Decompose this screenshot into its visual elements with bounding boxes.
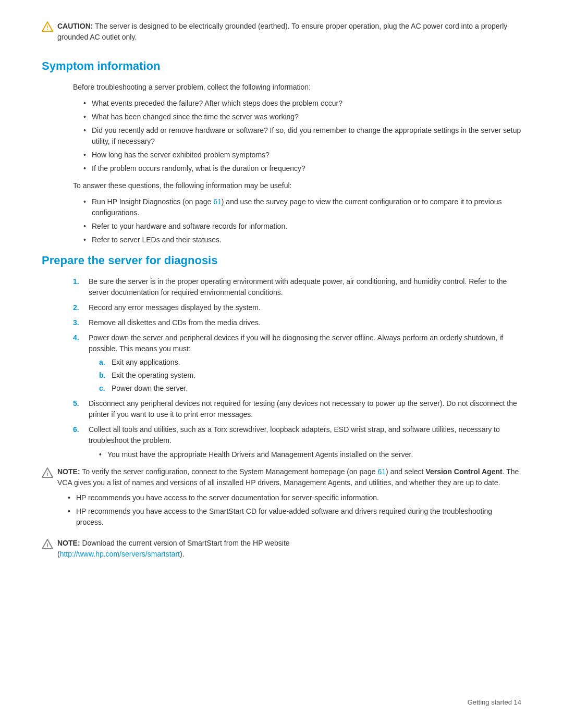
answer-bullets: Run HP Insight Diagnostics (on page 61) … (83, 196, 521, 245)
list-item: You must have the appropriate Health Dri… (99, 449, 521, 460)
note1-text-after: ) and select (386, 467, 425, 476)
prepare-step-2: Record any error messages displayed by t… (73, 302, 521, 313)
list-item: What has been changed since the time the… (83, 112, 521, 122)
caution-label: CAUTION: (57, 22, 93, 30)
list-item: How long has the server exhibited proble… (83, 150, 521, 161)
step4-sublist: a. Exit any applications. b. Exit the op… (99, 357, 521, 394)
note2-icon: i (42, 539, 53, 552)
sub-text-b: Exit the operating system. (112, 371, 195, 379)
run-diagnostics-before: Run HP Insight Diagnostics (on page (92, 198, 213, 206)
sub-text-c: Power down the server. (112, 384, 188, 392)
list-item: What events preceded the failure? After … (83, 98, 521, 109)
prepare-steps: Be sure the server is in the proper oper… (73, 276, 521, 460)
note1-text-before: To verify the server configuration, conn… (82, 467, 377, 476)
list-item: If the problem occurs randomly, what is … (83, 163, 521, 174)
list-item: HP recommends you have access to the ser… (68, 492, 521, 503)
footer: Getting started 14 (468, 697, 521, 708)
note1-block: i NOTE: To verify the server configurati… (42, 466, 521, 530)
list-item: Refer to your hardware and software reco… (83, 221, 521, 232)
note2-text: NOTE: Download the current version of Sm… (57, 538, 290, 560)
sub-item-a: a. Exit any applications. (99, 357, 521, 368)
note1-label: NOTE: (57, 467, 80, 476)
prepare-step-4: Power down the server and peripheral dev… (73, 332, 521, 394)
svg-text:i: i (46, 542, 48, 548)
caution-block: ! CAUTION: The server is designed to be … (42, 21, 521, 43)
note1-icon: i (42, 467, 53, 481)
list-item: Did you recently add or remove hardware … (83, 125, 521, 147)
step6-text: Collect all tools and utilities, such as… (89, 425, 500, 445)
symptom-heading: Symptom information (42, 57, 521, 75)
symptom-bullets: What events preceded the failure? After … (83, 98, 521, 174)
caution-body: The server is designed to be electricall… (57, 22, 507, 41)
note1-bold: Version Control Agent (425, 467, 502, 476)
page-61-link-1[interactable]: 61 (213, 198, 222, 206)
note1-page-link[interactable]: 61 (378, 467, 386, 476)
sub-label-a: a. (99, 357, 105, 368)
sub-label-c: c. (99, 383, 105, 394)
sub-text-a: Exit any applications. (112, 358, 180, 366)
svg-text:!: ! (46, 24, 48, 31)
caution-icon: ! (42, 21, 53, 35)
sub-item-c: c. Power down the server. (99, 383, 521, 394)
prepare-step-3: Remove all diskettes and CDs from the me… (73, 317, 521, 328)
note2-body: Download the current version of SmartSta… (82, 539, 289, 547)
note2-end: ). (180, 550, 185, 558)
prepare-heading: Prepare the server for diagnosis (42, 252, 521, 269)
symptom-intro: Before troubleshooting a server problem,… (73, 82, 521, 93)
step4-text: Power down the server and peripheral dev… (89, 334, 503, 353)
footer-text: Getting started 14 (468, 698, 521, 706)
list-item: HP recommends you have access to the Sma… (68, 506, 521, 528)
prepare-step-5: Disconnect any peripheral devices not re… (73, 398, 521, 420)
prepare-step-1: Be sure the server is in the proper oper… (73, 276, 521, 298)
note1-text: NOTE: To verify the server configuration… (57, 466, 521, 530)
svg-text:i: i (46, 471, 48, 477)
list-item: Run HP Insight Diagnostics (on page 61) … (83, 196, 521, 218)
step6-nested: You must have the appropriate Health Dri… (99, 449, 521, 460)
answer-intro: To answer these questions, the following… (73, 180, 521, 191)
sub-item-b: b. Exit the operating system. (99, 370, 521, 381)
note1-bullets: HP recommends you have access to the ser… (68, 492, 521, 528)
sub-label-b: b. (99, 370, 105, 381)
note2-label: NOTE: (57, 539, 80, 547)
prepare-step-6: Collect all tools and utilities, such as… (73, 424, 521, 460)
note2-block: i NOTE: Download the current version of … (42, 538, 521, 560)
list-item: Refer to server LEDs and their statuses. (83, 235, 521, 245)
caution-text: CAUTION: The server is designed to be el… (57, 21, 521, 43)
note2-link[interactable]: http://www.hp.com/servers/smartstart (60, 550, 180, 558)
